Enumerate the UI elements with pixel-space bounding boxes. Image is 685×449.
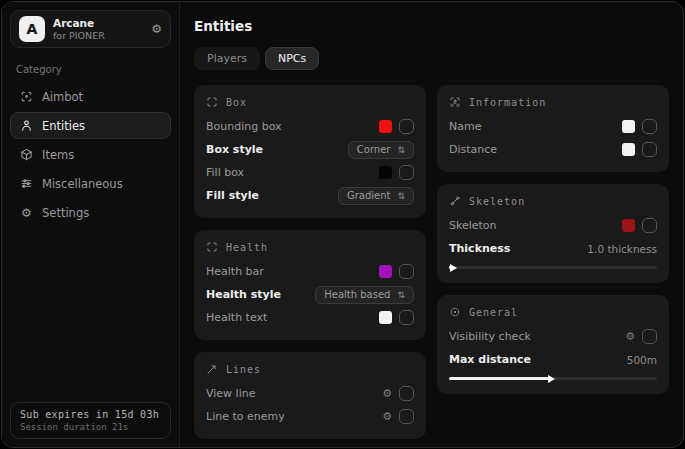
setting-row: Name xyxy=(449,115,657,138)
crosshair-scan-icon xyxy=(20,90,33,103)
setting-row: Health style Health based ⇅ xyxy=(206,283,414,306)
setting-row: Thickness 1.0 thickness xyxy=(449,237,657,260)
slider-handle[interactable] xyxy=(548,375,555,383)
sidebar-item-entities[interactable]: Entities xyxy=(10,112,171,139)
card-title: Skeleton xyxy=(469,196,525,207)
checkbox[interactable] xyxy=(399,386,414,401)
cube-icon xyxy=(20,148,33,161)
setting-row: Skeleton xyxy=(449,214,657,237)
setting-label: Name xyxy=(449,120,481,133)
app-window: A Arcane for PIONER ⚙ Category Aimbot En… xyxy=(1,1,684,448)
card-title: General xyxy=(469,307,518,318)
checkbox[interactable] xyxy=(399,310,414,325)
select-value: Corner xyxy=(357,144,391,155)
gear-icon: ⚙ xyxy=(20,206,33,220)
color-swatch[interactable] xyxy=(379,265,392,278)
thickness-slider[interactable] xyxy=(449,266,657,269)
gear-icon[interactable]: ⚙ xyxy=(382,388,392,399)
main-panel: Entities Players NPCs Box Bounding box xyxy=(180,2,683,447)
checkbox[interactable] xyxy=(642,142,657,157)
fill-style-select[interactable]: Gradient ⇅ xyxy=(338,187,414,205)
checkbox[interactable] xyxy=(399,119,414,134)
setting-row: Bounding box xyxy=(206,115,414,138)
color-swatch[interactable] xyxy=(622,219,635,232)
setting-label: Skeleton xyxy=(449,219,497,232)
bone-icon xyxy=(449,195,461,207)
sidebar-item-miscellaneous[interactable]: Miscellaneous xyxy=(10,170,171,197)
setting-label: Health style xyxy=(206,288,281,301)
tab-npcs[interactable]: NPCs xyxy=(265,47,319,70)
setting-label: Health text xyxy=(206,311,267,324)
slider-fill xyxy=(449,266,451,269)
sidebar-item-label: Entities xyxy=(42,119,85,133)
color-swatch[interactable] xyxy=(379,166,392,179)
slider-fill xyxy=(449,377,549,380)
brand-card: A Arcane for PIONER ⚙ xyxy=(10,10,171,48)
unfold-icon: ⇅ xyxy=(397,145,405,155)
unfold-icon: ⇅ xyxy=(397,191,405,201)
sidebar-item-items[interactable]: Items xyxy=(10,141,171,168)
health-style-select[interactable]: Health based ⇅ xyxy=(315,286,414,304)
setting-row: Line to enemy ⚙ xyxy=(206,405,414,428)
diagonal-line-icon xyxy=(206,363,218,375)
checkbox[interactable] xyxy=(642,218,657,233)
select-value: Health based xyxy=(324,289,390,300)
card-title: Information xyxy=(469,97,546,108)
setting-row: Distance xyxy=(449,138,657,161)
cards-grid: Box Bounding box Box style Corner ⇅ xyxy=(194,85,669,439)
info-scan-icon xyxy=(449,96,461,108)
setting-label: Fill box xyxy=(206,166,244,179)
color-swatch[interactable] xyxy=(379,120,392,133)
sub-expiry-text: Sub expires in 15d 03h xyxy=(20,409,161,420)
color-swatch[interactable] xyxy=(379,311,392,324)
setting-row: Fill style Gradient ⇅ xyxy=(206,184,414,207)
tab-players[interactable]: Players xyxy=(194,47,260,70)
checkbox[interactable] xyxy=(399,165,414,180)
setting-row: Max distance 500m xyxy=(449,348,657,371)
sidebar-item-aimbot[interactable]: Aimbot xyxy=(10,83,171,110)
sidebar-item-label: Settings xyxy=(42,206,89,220)
gear-icon[interactable]: ⚙ xyxy=(625,331,635,342)
box-corners-icon xyxy=(206,96,218,108)
setting-row: Health text xyxy=(206,306,414,329)
setting-label: View line xyxy=(206,387,255,400)
tab-bar: Players NPCs xyxy=(194,47,669,70)
setting-label: Thickness xyxy=(449,242,510,255)
sidebar-nav: Aimbot Entities Items Miscellaneous ⚙ Se… xyxy=(10,83,171,226)
person-icon xyxy=(20,119,33,132)
checkbox[interactable] xyxy=(399,409,414,424)
sidebar-item-settings[interactable]: ⚙ Settings xyxy=(10,199,171,226)
color-swatch[interactable] xyxy=(622,143,635,156)
checkbox[interactable] xyxy=(642,329,657,344)
card-title: Lines xyxy=(226,364,261,375)
setting-label: Distance xyxy=(449,143,497,156)
sidebar-item-label: Aimbot xyxy=(42,90,83,104)
max-distance-value: 500m xyxy=(627,354,657,366)
app-logo: A xyxy=(19,16,45,42)
health-brackets-icon xyxy=(206,241,218,253)
setting-row: Fill box xyxy=(206,161,414,184)
setting-row: Box style Corner ⇅ xyxy=(206,138,414,161)
checkbox[interactable] xyxy=(642,119,657,134)
gear-icon[interactable]: ⚙ xyxy=(382,411,392,422)
color-swatch[interactable] xyxy=(622,120,635,133)
sliders-icon xyxy=(20,177,33,190)
gear-icon[interactable]: ⚙ xyxy=(151,22,162,36)
lines-card: Lines View line ⚙ Line to enemy ⚙ xyxy=(194,352,426,439)
slider-handle[interactable] xyxy=(450,264,457,272)
right-column: Information Name Distance xyxy=(437,85,669,394)
health-card: Health Health bar Health style Health ba… xyxy=(194,230,426,340)
setting-label: Health bar xyxy=(206,265,264,278)
category-label: Category xyxy=(16,64,165,75)
app-subtitle: for PIONER xyxy=(53,30,105,41)
box-card: Box Bounding box Box style Corner ⇅ xyxy=(194,85,426,218)
max-distance-slider[interactable] xyxy=(449,377,657,380)
setting-row: Visibility check ⚙ xyxy=(449,325,657,348)
box-style-select[interactable]: Corner ⇅ xyxy=(348,141,414,159)
select-value: Gradient xyxy=(347,190,391,201)
setting-label: Line to enemy xyxy=(206,410,285,423)
setting-label: Box style xyxy=(206,143,263,156)
sidebar-item-label: Miscellaneous xyxy=(42,177,123,191)
checkbox[interactable] xyxy=(399,264,414,279)
setting-label: Fill style xyxy=(206,189,259,202)
